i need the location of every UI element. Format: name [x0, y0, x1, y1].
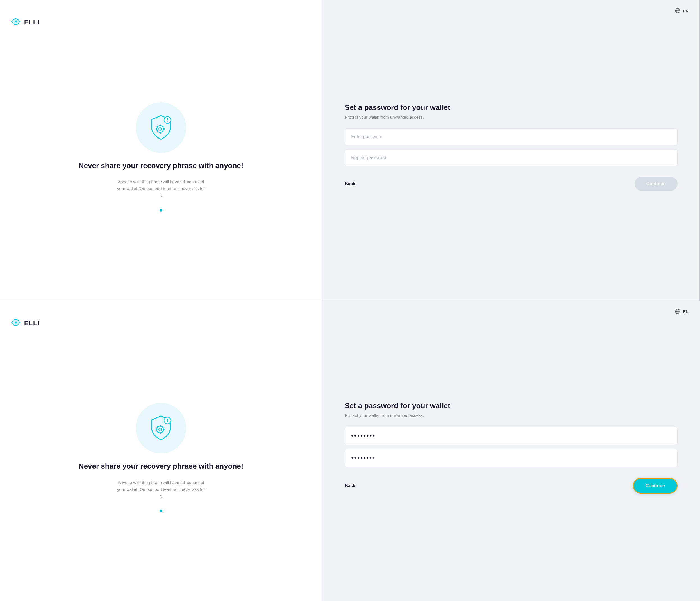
- topbar-1: EN: [322, 0, 700, 21]
- logo-text-2: ELLI: [24, 320, 40, 327]
- continue-button-2[interactable]: Continue: [633, 478, 677, 494]
- password-input-2[interactable]: [345, 427, 677, 445]
- svg-rect-5: [159, 132, 161, 134]
- continue-button-1[interactable]: Continue: [634, 177, 677, 191]
- lang-label-2: EN: [683, 309, 689, 314]
- screen-1: ELLI: [0, 0, 700, 300]
- repeat-password-input-1[interactable]: [345, 149, 677, 166]
- svg-rect-4: [159, 124, 161, 126]
- svg-point-3: [159, 128, 161, 130]
- lang-button-1[interactable]: EN: [683, 8, 689, 13]
- shield-svg-1: [146, 112, 176, 143]
- svg-rect-26: [163, 429, 165, 430]
- left-title-2: Never share your recovery phrase with an…: [79, 461, 244, 471]
- left-panel-2: ELLI: [0, 301, 322, 601]
- lang-button-2[interactable]: EN: [683, 309, 689, 314]
- svg-rect-23: [159, 425, 161, 427]
- shield-illustration-1: [136, 102, 186, 153]
- svg-rect-13: [167, 118, 168, 120]
- left-content-1: Never share your recovery phrase with an…: [0, 36, 322, 300]
- shield-svg-2: [146, 413, 176, 443]
- repeat-password-input-2[interactable]: [345, 449, 677, 467]
- dot-indicator-2: [159, 510, 162, 512]
- globe-icon-1: [675, 8, 681, 14]
- left-subtitle-2: Anyone with the phrase will have full co…: [116, 479, 206, 500]
- logo-1: ELLI: [0, 9, 50, 36]
- svg-point-22: [159, 428, 161, 431]
- right-panel-2: EN Set a password for your wallet Protec…: [322, 301, 700, 601]
- svg-point-14: [167, 121, 168, 122]
- dot-indicator-1: [159, 209, 162, 212]
- logo-text-1: ELLI: [24, 19, 40, 26]
- svg-rect-7: [163, 128, 165, 129]
- form-title-1: Set a password for your wallet: [345, 103, 450, 112]
- svg-rect-6: [156, 128, 157, 129]
- shield-illustration-2: [136, 403, 186, 453]
- back-button-1[interactable]: Back: [345, 181, 355, 186]
- screen-divider-1: [699, 0, 700, 300]
- back-button-2[interactable]: Back: [345, 483, 355, 488]
- svg-point-1: [15, 21, 17, 23]
- password-input-1[interactable]: [345, 128, 677, 145]
- left-content-2: Never share your recovery phrase with an…: [0, 337, 322, 601]
- form-title-2: Set a password for your wallet: [345, 402, 450, 410]
- svg-rect-24: [159, 432, 161, 434]
- elli-logo-icon-2: [10, 318, 21, 329]
- svg-point-33: [167, 422, 168, 423]
- logo-2: ELLI: [0, 310, 50, 337]
- svg-point-20: [15, 321, 17, 323]
- form-subtitle-1: Protect your wallet from unwanted access…: [345, 115, 424, 119]
- svg-rect-25: [156, 429, 157, 430]
- svg-rect-32: [167, 418, 168, 421]
- left-panel-1: ELLI: [0, 0, 322, 300]
- screen-2: ELLI: [0, 300, 700, 601]
- form-actions-1: Back Continue: [345, 177, 677, 191]
- form-subtitle-2: Protect your wallet from unwanted access…: [345, 413, 424, 418]
- topbar-2: EN: [322, 301, 700, 322]
- form-actions-2: Back Continue: [345, 478, 677, 494]
- lang-label-1: EN: [683, 8, 689, 13]
- globe-icon-2: [675, 309, 681, 314]
- right-panel-1: EN Set a password for your wallet Protec…: [322, 0, 700, 300]
- left-subtitle-1: Anyone with the phrase will have full co…: [116, 178, 206, 199]
- elli-logo-icon: [10, 17, 21, 28]
- left-title-1: Never share your recovery phrase with an…: [79, 161, 244, 171]
- right-content-2: Set a password for your wallet Protect y…: [322, 322, 700, 601]
- right-content-1: Set a password for your wallet Protect y…: [322, 21, 700, 300]
